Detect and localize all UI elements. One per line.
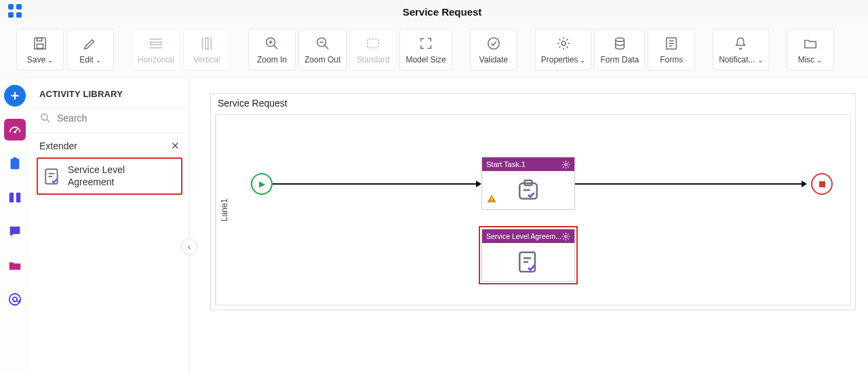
activity-library-panel: ACTIVITY LIBRARY Extender ✕ Service Leve…: [30, 78, 190, 373]
process-canvas[interactable]: Service Request Lane1 ▶ Start Task.1: [210, 93, 856, 310]
zoom-model-size-button[interactable]: Model Size: [399, 29, 452, 71]
validate-label: Validate: [479, 55, 508, 64]
task-icon: [517, 179, 540, 202]
warning-icon: [486, 193, 497, 206]
form-icon: [664, 36, 679, 51]
app-header: Service Request: [0, 0, 868, 23]
zoom-in-icon: [264, 36, 279, 51]
chevron-down-icon: ⌄: [580, 56, 585, 64]
search-input[interactable]: [57, 113, 180, 124]
fit-standard-icon: [366, 36, 380, 51]
align-vertical-icon: [199, 36, 214, 51]
arrow-icon: [802, 181, 807, 187]
folder-fill-icon: [7, 258, 22, 273]
gear-icon[interactable]: [561, 160, 570, 169]
toolbar: Save⌄ Edit⌄ Horizontal Vertical Zoom In …: [0, 23, 868, 78]
task-body: [482, 171, 574, 209]
clear-category-button[interactable]: ✕: [171, 140, 180, 152]
chevron-left-icon: ‹: [188, 242, 191, 252]
rail-columns-button[interactable]: [4, 187, 26, 208]
task-node-start-task[interactable]: Start Task.1: [481, 157, 575, 210]
properties-button[interactable]: Properties⌄: [535, 29, 592, 71]
task-title: Start Task.1: [486, 160, 526, 168]
chevron-down-icon: ⌄: [757, 56, 763, 64]
vertical-label: Vertical: [193, 55, 220, 64]
flow-edge: [575, 183, 803, 185]
edit-icon: [83, 36, 98, 51]
task-head: Service Level Agreem...: [482, 229, 574, 243]
play-icon: ▶: [259, 179, 265, 189]
start-node[interactable]: ▶: [251, 173, 273, 195]
search-icon: [39, 112, 52, 124]
stop-icon: [819, 181, 825, 187]
document-check-icon: [43, 168, 61, 185]
category-row: Extender ✕: [30, 133, 189, 157]
align-horizontal-button[interactable]: Horizontal: [132, 29, 180, 71]
zoom-out-button[interactable]: Zoom Out: [298, 29, 347, 71]
category-label: Extender: [39, 141, 77, 151]
rail-dashboard-button[interactable]: [4, 119, 26, 141]
lane-label: Lane1: [216, 115, 232, 305]
canvas-wrap: Service Request Lane1 ▶ Start Task.1: [190, 78, 868, 373]
chevron-down-icon: ⌄: [816, 56, 822, 64]
gear-icon: [556, 36, 571, 51]
forms-label: Forms: [660, 55, 683, 64]
main: ACTIVITY LIBRARY Extender ✕ Service Leve…: [0, 78, 868, 373]
plus-icon: [7, 88, 22, 103]
edit-label: Edit: [79, 55, 94, 64]
model-size-label: Model Size: [406, 55, 446, 64]
validate-button[interactable]: Validate: [470, 29, 517, 71]
arrow-icon: [476, 181, 481, 187]
align-vertical-button[interactable]: Vertical: [183, 29, 231, 71]
chevron-down-icon: ⌄: [47, 56, 53, 64]
columns-icon: [7, 190, 22, 205]
fullscreen-icon: [418, 36, 433, 51]
horizontal-label: Horizontal: [138, 55, 174, 64]
form-data-button[interactable]: Form Data: [594, 29, 645, 71]
notifications-label: Notificat...: [719, 55, 755, 64]
zoom-in-button[interactable]: Zoom In: [248, 29, 296, 71]
flow-edge: [273, 183, 477, 185]
rail-chat-button[interactable]: [4, 221, 26, 242]
at-icon: [7, 292, 22, 307]
standard-label: Standard: [357, 55, 390, 64]
save-icon: [33, 36, 47, 51]
rail-clipboard-button[interactable]: [4, 153, 26, 174]
left-rail: [0, 78, 30, 373]
edit-button[interactable]: Edit⌄: [66, 29, 114, 71]
zoom-out-icon: [315, 36, 330, 51]
task-node-sla[interactable]: Service Level Agreem...: [481, 229, 575, 282]
gear-icon[interactable]: [561, 232, 570, 241]
save-label: Save: [27, 55, 45, 64]
database-icon: [612, 36, 627, 51]
app-logo-icon[interactable]: [7, 3, 23, 21]
zoom-out-label: Zoom Out: [304, 55, 340, 64]
rail-add-button[interactable]: [4, 85, 26, 107]
folder-icon: [803, 36, 818, 51]
notifications-button[interactable]: Notificat...⌄: [713, 29, 768, 71]
collapse-panel-button[interactable]: ‹: [181, 238, 197, 255]
task-head: Start Task.1: [482, 157, 574, 171]
bell-icon: [733, 36, 748, 51]
rail-mentions-button[interactable]: [4, 288, 26, 310]
zoom-in-label: Zoom In: [257, 55, 287, 64]
properties-label: Properties: [541, 55, 578, 64]
chat-icon: [7, 224, 22, 239]
document-check-icon: [517, 250, 540, 274]
library-item-label: Service Level Agreement: [68, 164, 125, 188]
zoom-standard-button[interactable]: Standard: [349, 29, 397, 71]
misc-button[interactable]: Misc⌄: [787, 29, 834, 71]
end-node[interactable]: [811, 173, 833, 195]
task-body: [482, 243, 574, 281]
forms-button[interactable]: Forms: [648, 29, 695, 71]
save-button[interactable]: Save⌄: [16, 29, 64, 71]
chevron-down-icon: ⌄: [96, 56, 101, 64]
rail-folder-button[interactable]: [4, 255, 26, 276]
library-item-sla[interactable]: Service Level Agreement: [37, 157, 182, 195]
lane: Lane1 ▶ Start Task.1: [215, 114, 851, 305]
canvas-title: Service Request: [218, 98, 288, 109]
misc-label: Misc: [798, 55, 815, 64]
validate-icon: [486, 36, 501, 51]
panel-title: ACTIVITY LIBRARY: [30, 78, 189, 107]
gauge-icon: [7, 122, 22, 137]
